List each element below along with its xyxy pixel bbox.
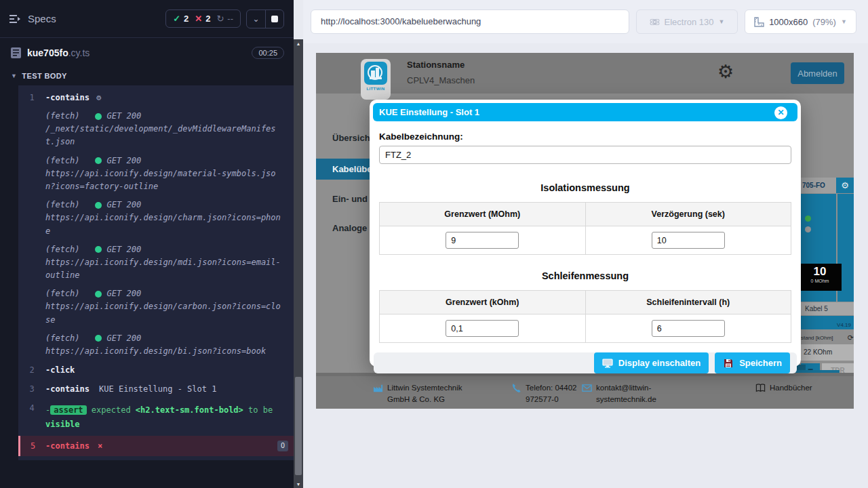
modal-header: KUE Einstellung - Slot 1 ✕	[373, 103, 797, 121]
chevron-down-icon: ▼	[719, 18, 725, 25]
command-number	[18, 199, 45, 238]
specs-menu-icon[interactable]	[9, 14, 21, 24]
failed-command-row[interactable]: 5 -contains × 0	[18, 436, 294, 456]
assert-text: be	[263, 405, 273, 415]
command-number: 5	[20, 441, 45, 451]
refresh-icon[interactable]: ⟳	[848, 333, 854, 342]
loop-interval-header: Schleifenintervall (h)	[585, 291, 791, 314]
device-card-title: 705-FO	[801, 178, 836, 193]
viewport-select[interactable]: 1000x660 (79%) ▼	[745, 9, 856, 34]
assert-text: expected	[92, 405, 131, 415]
fetch-prefix: (fetch)	[45, 332, 80, 345]
status-ok-icon	[95, 291, 102, 298]
stop-button[interactable]	[265, 10, 283, 28]
app-under-test: LITTWIN Stationsname CPLV4_Maschen ⚙ Abm…	[316, 53, 854, 409]
failed-count: 2	[205, 14, 210, 24]
isolation-delay-header: Verzögerung (sek)	[585, 203, 791, 226]
isolation-table: Grenzwert (MOhm) Verzögerung (sek)	[379, 202, 791, 255]
company-name: Littwin Systemtechnik GmbH & Co. KG	[387, 382, 475, 406]
fetch-status: GET 200	[107, 199, 142, 211]
spec-ext: .cy.ts	[68, 47, 90, 58]
screen: Specs ✓2 ✕2 ↻-- ⌄ kue705fo.cy.ts 00:25	[0, 0, 868, 488]
assert-text: to	[248, 405, 258, 415]
email-icon	[582, 383, 592, 393]
command-log: 1 -contains ⚙ (fetch)GET 200 /_next/stat…	[18, 85, 294, 460]
command-name: -click	[45, 365, 75, 375]
url-input[interactable]: http://localhost:3000/kabelueberwachung	[311, 9, 629, 34]
reporter-scrollbar[interactable]: ▲ ▼	[294, 39, 303, 488]
loop-limit-input[interactable]	[446, 320, 519, 337]
command-number: 1	[18, 93, 45, 102]
status-ok-icon	[95, 246, 102, 253]
fetch-url: https://api.iconify.design/material-symb…	[45, 167, 284, 193]
command-row[interactable]: 2 -click	[18, 361, 294, 380]
scrollbar-thumb[interactable]	[295, 377, 302, 475]
collapse-button[interactable]: ⌄	[247, 10, 265, 28]
spec-row[interactable]: kue705fo.cy.ts 00:25	[0, 38, 294, 66]
fetch-log-row[interactable]: (fetch)GET 200 https://api.iconify.desig…	[18, 329, 294, 361]
command-row[interactable]: 3 -contains KUE Einstellung - Slot 1	[18, 380, 294, 399]
fetch-status: GET 200	[107, 155, 142, 167]
fetch-log-row[interactable]: (fetch)GET 200 https://api.iconify.desig…	[18, 241, 294, 285]
pending-count: --	[227, 14, 233, 24]
loop-interval-input[interactable]	[652, 320, 725, 337]
command-number: 2	[18, 365, 45, 375]
viewport-ruler-icon	[754, 17, 764, 27]
assert-row[interactable]: 4 -assert expected <h2.text-sm.font-bold…	[18, 399, 294, 436]
nav-item-analoge-eingaenge[interactable]: Analoge Ei	[316, 223, 378, 233]
isolation-delay-input[interactable]	[652, 232, 725, 249]
cable-name-label: Kabelbezeichnung:	[379, 131, 791, 142]
command-number	[18, 155, 45, 194]
app-footer: Littwin Systemtechnik GmbH & Co. KG Tele…	[316, 376, 854, 409]
loop-table: Grenzwert (kOhm) Schleifenintervall (h)	[379, 290, 791, 343]
fetch-url: https://api.iconify.design/charm.json?ic…	[45, 211, 284, 237]
chevron-down-icon: ⌄	[252, 14, 259, 24]
device-gear-icon[interactable]: ⚙	[836, 178, 854, 193]
duration-badge: 00:25	[252, 47, 284, 59]
fetch-log-row[interactable]: (fetch)GET 200 https://api.iconify.desig…	[18, 285, 294, 329]
logo-text: LITTWIN	[361, 87, 391, 91]
contact-email[interactable]: kontakt@littwin-systemtechnik.de	[596, 382, 671, 406]
kabel-label: Kabel 5	[801, 302, 854, 315]
save-button[interactable]: Speichern	[715, 352, 790, 373]
nav-item-uebersicht[interactable]: Übersicht	[316, 133, 373, 143]
command-number: 3	[18, 384, 45, 394]
phone-icon	[511, 383, 521, 393]
fetch-url: https://api.iconify.design/bi.json?icons…	[45, 345, 284, 358]
scroll-down-icon[interactable]: ▼	[294, 480, 303, 488]
fetch-log-row[interactable]: (fetch)GET 200 /_next/static/development…	[18, 107, 294, 152]
littwin-logo-icon	[364, 62, 387, 85]
fetch-prefix: (fetch)	[45, 287, 80, 300]
fetch-status: GET 200	[107, 110, 142, 123]
test-body-header[interactable]: ▼ TEST BODY	[0, 66, 294, 85]
command-name: -contains	[45, 384, 90, 394]
isolation-limit-header: Grenzwert (MOhm)	[380, 203, 586, 226]
display-icon	[602, 359, 613, 368]
fetch-status: GET 200	[107, 332, 142, 345]
spec-name: kue705fo	[27, 47, 68, 58]
fetch-log-row[interactable]: (fetch)GET 200 https://api.iconify.desig…	[18, 196, 294, 241]
reporter-header: Specs ✓2 ✕2 ↻-- ⌄	[0, 0, 294, 38]
cable-name-input[interactable]	[379, 146, 791, 164]
specs-label[interactable]: Specs	[28, 13, 56, 24]
browser-select[interactable]: Electron 130 ▼	[636, 9, 738, 34]
loop-limit-header: Grenzwert (kOhm)	[380, 291, 586, 314]
display-on-button[interactable]: Display einschalten	[594, 352, 709, 373]
logout-button[interactable]: Abmelden	[791, 62, 844, 84]
isolation-limit-input[interactable]	[446, 232, 519, 249]
status-ok-icon	[95, 335, 102, 342]
kue-settings-modal: KUE Einstellung - Slot 1 ✕ Kabelbezeichn…	[370, 100, 801, 367]
assert-badge: assert	[50, 405, 86, 415]
topbar: http://localhost:3000/kabelueberwachung …	[303, 0, 868, 43]
scroll-up-icon[interactable]: ▲	[294, 39, 303, 47]
command-row[interactable]: 1 -contains ⚙	[18, 88, 294, 107]
command-number	[18, 332, 45, 358]
manuals-link[interactable]: Handbücher	[770, 382, 812, 394]
app-settings-gear-icon[interactable]: ⚙	[717, 61, 734, 83]
spec-file-icon	[11, 47, 21, 58]
browser-icon	[650, 17, 660, 27]
loop-section-title: Schleifenmessung	[379, 270, 791, 281]
fetch-log-row[interactable]: (fetch)GET 200 https://api.iconify.desig…	[18, 152, 294, 197]
company-logo: LITTWIN	[361, 59, 391, 100]
modal-close-button[interactable]: ✕	[773, 105, 789, 121]
